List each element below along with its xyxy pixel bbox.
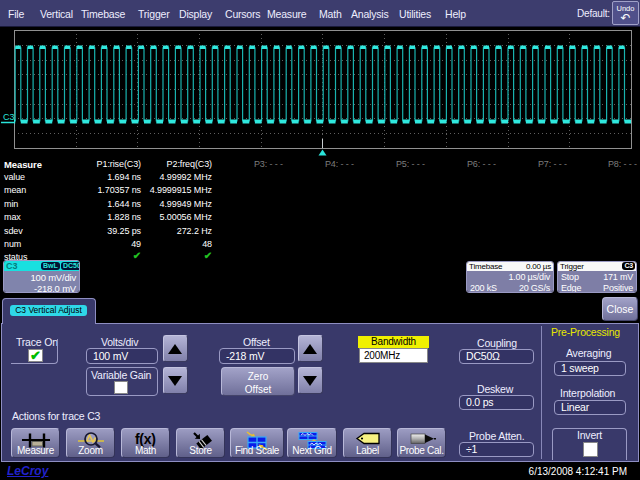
svg-text:C3: C3 bbox=[3, 112, 15, 122]
